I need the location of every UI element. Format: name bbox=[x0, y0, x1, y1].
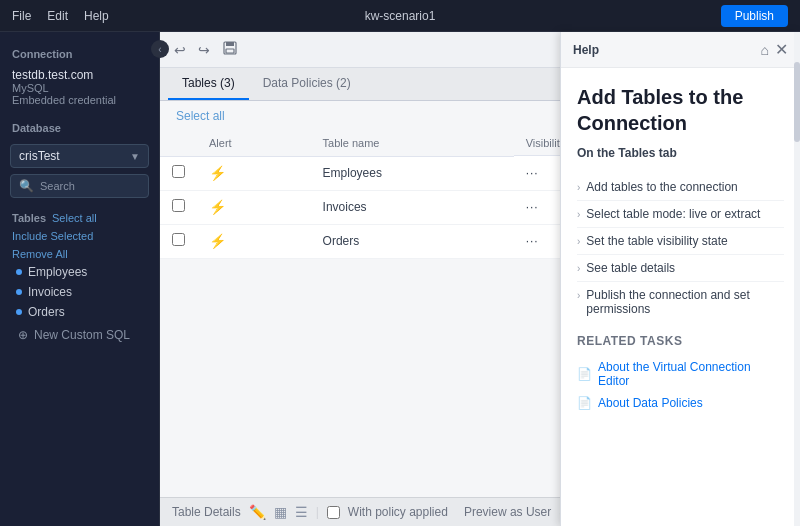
redo-button[interactable]: ↪ bbox=[196, 40, 212, 60]
menu-edit[interactable]: Edit bbox=[47, 9, 68, 23]
svg-rect-1 bbox=[226, 42, 234, 46]
sidebar-table-orders[interactable]: Orders bbox=[0, 302, 159, 322]
help-subtitle-on: On the bbox=[577, 146, 615, 160]
help-item-4[interactable]: › Publish the connection and set permiss… bbox=[577, 282, 784, 322]
connection-section-title: Connection bbox=[0, 40, 159, 64]
undo-button[interactable]: ↩ bbox=[172, 40, 188, 60]
connection-info: testdb.test.com MySQL Embedded credentia… bbox=[0, 64, 159, 114]
table-dot-icon bbox=[16, 289, 22, 295]
sidebar-table-name: Orders bbox=[28, 305, 65, 319]
database-dropdown[interactable]: crisTest ▼ bbox=[10, 144, 149, 168]
help-header: Help ⌂ ✕ bbox=[561, 32, 800, 68]
document-icon: 📄 bbox=[577, 367, 592, 381]
help-item-text: See table details bbox=[586, 261, 675, 275]
menu-bar: File Edit Help bbox=[12, 9, 109, 23]
app-title: kw-scenario1 bbox=[365, 9, 436, 23]
top-bar: File Edit Help kw-scenario1 Publish bbox=[0, 0, 800, 32]
separator: | bbox=[316, 505, 319, 519]
sidebar-table-employees[interactable]: Employees bbox=[0, 262, 159, 282]
database-value: crisTest bbox=[19, 149, 60, 163]
alert-icon: ⚡ bbox=[209, 233, 226, 249]
list-icon[interactable]: ☰ bbox=[295, 504, 308, 520]
help-item-1[interactable]: › Select table mode: live or extract bbox=[577, 201, 784, 228]
help-item-2[interactable]: › Set the table visibility state bbox=[577, 228, 784, 255]
preview-label: Preview as User bbox=[464, 505, 551, 519]
grid-icon[interactable]: ▦ bbox=[274, 504, 287, 520]
sidebar: ‹ Connection testdb.test.com MySQL Embed… bbox=[0, 32, 160, 526]
help-controls: ⌂ ✕ bbox=[761, 40, 788, 59]
new-custom-sql-label: New Custom SQL bbox=[34, 328, 130, 342]
row-table-name: Employees bbox=[311, 156, 514, 190]
save-button[interactable] bbox=[220, 38, 240, 61]
row-checkbox[interactable] bbox=[172, 165, 185, 178]
row-table-name: Invoices bbox=[311, 190, 514, 224]
row-checkbox[interactable] bbox=[172, 233, 185, 246]
with-policy-label: With policy applied bbox=[348, 505, 448, 519]
help-subtitle-rest: tab bbox=[659, 146, 677, 160]
database-section-title: Database bbox=[0, 114, 159, 138]
table-dot-icon bbox=[16, 309, 22, 315]
dropdown-arrow-icon: ▼ bbox=[130, 151, 140, 162]
sidebar-table-invoices[interactable]: Invoices bbox=[0, 282, 159, 302]
help-item-text: Publish the connection and set permissio… bbox=[586, 288, 784, 316]
help-item-3[interactable]: › See table details bbox=[577, 255, 784, 282]
related-tasks-title: Related tasks bbox=[577, 334, 784, 348]
col-header-checkbox bbox=[160, 131, 197, 156]
table-details-label: Table Details bbox=[172, 505, 241, 519]
tables-section-title: Tables bbox=[12, 212, 46, 224]
tab-tables[interactable]: Tables (3) bbox=[168, 68, 249, 100]
help-items-list: › Add tables to the connection › Select … bbox=[577, 174, 784, 322]
help-main-title: Add Tables to the Connection bbox=[577, 84, 784, 136]
main-layout: ‹ Connection testdb.test.com MySQL Embed… bbox=[0, 32, 800, 526]
search-box[interactable]: 🔍 Search bbox=[10, 174, 149, 198]
sidebar-table-name: Invoices bbox=[28, 285, 72, 299]
sidebar-collapse-button[interactable]: ‹ bbox=[151, 40, 169, 58]
help-subtitle: On the Tables tab bbox=[577, 146, 784, 160]
with-policy-checkbox[interactable] bbox=[327, 506, 340, 519]
remove-all-link[interactable]: Remove All bbox=[12, 248, 68, 260]
help-item-text: Set the table visibility state bbox=[586, 234, 727, 248]
menu-file[interactable]: File bbox=[12, 9, 31, 23]
chevron-right-icon: › bbox=[577, 236, 580, 247]
scrollbar-track bbox=[794, 32, 800, 526]
chevron-right-icon: › bbox=[577, 290, 580, 301]
tab-data-policies[interactable]: Data Policies (2) bbox=[249, 68, 365, 100]
edit-icon[interactable]: ✏️ bbox=[249, 504, 266, 520]
chevron-right-icon: › bbox=[577, 263, 580, 274]
sidebar-table-name: Employees bbox=[28, 265, 87, 279]
content-area: ↩ ↪ ? Alerts (0) 🔔 Tables (3) Data Polic… bbox=[160, 32, 800, 526]
select-all-link[interactable]: Select all bbox=[52, 212, 97, 224]
chevron-right-icon: › bbox=[577, 209, 580, 220]
row-checkbox[interactable] bbox=[172, 199, 185, 212]
table-dot-icon bbox=[16, 269, 22, 275]
help-close-button[interactable]: ✕ bbox=[775, 40, 788, 59]
alert-icon: ⚡ bbox=[209, 165, 226, 181]
connection-name: testdb.test.com bbox=[12, 68, 147, 82]
help-item-text: Add tables to the connection bbox=[586, 180, 737, 194]
related-link-text: About Data Policies bbox=[598, 396, 703, 410]
help-panel: Help ⌂ ✕ Add Tables to the Connection On… bbox=[560, 32, 800, 526]
scrollbar-thumb[interactable] bbox=[794, 62, 800, 142]
publish-button[interactable]: Publish bbox=[721, 5, 788, 27]
help-home-button[interactable]: ⌂ bbox=[761, 42, 769, 58]
help-item-0[interactable]: › Add tables to the connection bbox=[577, 174, 784, 201]
plus-icon: ⊕ bbox=[18, 328, 28, 342]
help-subtitle-tab: Tables bbox=[618, 146, 655, 160]
search-placeholder: Search bbox=[40, 180, 75, 192]
svg-rect-2 bbox=[226, 49, 234, 53]
row-table-name: Orders bbox=[311, 224, 514, 258]
search-icon: 🔍 bbox=[19, 179, 34, 193]
new-custom-sql-button[interactable]: ⊕ New Custom SQL bbox=[0, 322, 159, 348]
col-header-alert: Alert bbox=[197, 131, 311, 156]
tables-header: Tables Select all Include Selected Remov… bbox=[0, 204, 159, 262]
help-item-text: Select table mode: live or extract bbox=[586, 207, 760, 221]
include-selected-link[interactable]: Include Selected bbox=[12, 230, 93, 242]
save-icon bbox=[222, 40, 238, 56]
connection-credential: Embedded credential bbox=[12, 94, 147, 106]
related-link-0[interactable]: 📄 About the Virtual Connection Editor bbox=[577, 356, 784, 392]
chevron-right-icon: › bbox=[577, 182, 580, 193]
related-link-1[interactable]: 📄 About Data Policies bbox=[577, 392, 784, 414]
help-header-title: Help bbox=[573, 43, 599, 57]
related-link-text: About the Virtual Connection Editor bbox=[598, 360, 784, 388]
menu-help[interactable]: Help bbox=[84, 9, 109, 23]
